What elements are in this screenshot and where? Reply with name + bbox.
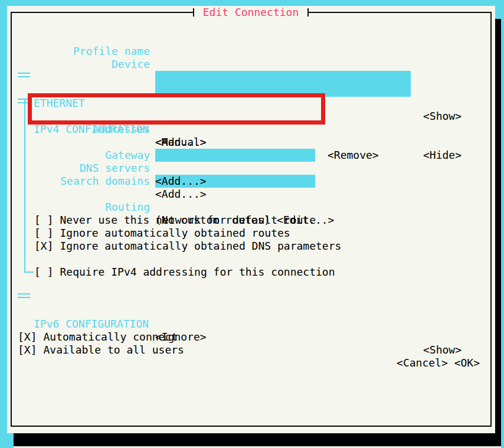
search-domains-label: Search domains (15, 175, 150, 188)
checkbox-label: Available to all users (44, 344, 184, 356)
dialog-titlebar: Edit Connection (193, 6, 309, 19)
checkbox-automatically-connect[interactable]: [X]Automatically connect (7, 318, 495, 331)
terminal-screen: Edit Connection Profile name System ens1… (0, 0, 504, 448)
checkbox-available-all-users[interactable]: [X]Available to all users (7, 331, 495, 344)
addresses-row: Addresses 192.168.1.100/24_________ <Rem… (7, 110, 495, 123)
ipv4-section-row: IPv4 CONFIGURATION <Manual> <Hide> (7, 97, 495, 110)
checkbox-glyph: [ ] (34, 266, 54, 278)
address-add-row: <Add...> (7, 123, 495, 136)
cancel-button[interactable]: <Cancel> (397, 357, 448, 369)
dialog-shadow-right (495, 19, 501, 447)
profile-name-row: Profile name System ens192______________… (7, 32, 495, 45)
checkbox-glyph: [X] (34, 240, 54, 252)
search-domains-row: Search domains <Add...> (7, 162, 495, 175)
dns-add-button[interactable]: <Add...> (155, 175, 207, 188)
routing-row: Routing (No custom routes) <Edit...> (7, 188, 495, 201)
ipv6-toggle-button[interactable]: <Show> (423, 344, 462, 357)
device-row: Device ens192 ( )______________ (7, 45, 495, 58)
dns-servers-row: DNS servers <Add...> (7, 149, 495, 162)
checkbox-label: Ignore automatically obtained DNS parame… (60, 240, 342, 252)
dialog-title: Edit Connection (203, 6, 299, 19)
collapsed-marker-icon (18, 293, 30, 299)
ipv6-section-row: IPv6 CONFIGURATION <Ignore> <Show> (7, 292, 495, 305)
ok-button[interactable]: <OK> (454, 357, 480, 369)
dialog-shadow-bottom (14, 433, 501, 447)
collapsed-marker-icon (18, 73, 30, 79)
edit-connection-dialog: Edit Connection Profile name System ens1… (7, 6, 495, 433)
expanded-marker-icon (18, 99, 30, 104)
device-field[interactable]: ens192 ( )______________ (155, 84, 411, 97)
checkbox-never-default-route[interactable]: [ ]Never use this network for default ro… (7, 201, 495, 214)
dialog-buttons-row: <Cancel> <OK> (7, 357, 495, 369)
device-label: Device (15, 58, 150, 71)
checkbox-require-ipv4[interactable]: [ ]Require IPv4 addressing for this conn… (7, 253, 495, 266)
checkbox-label: Require IPv4 addressing for this connect… (60, 266, 335, 278)
gateway-row: Gateway _________________________ (7, 136, 495, 149)
checkbox-ignore-auto-routes[interactable]: [ ]Ignore automatically obtained routes (7, 214, 495, 227)
ethernet-section-row: ETHERNET <Show> (7, 71, 495, 84)
checkbox-ignore-auto-dns[interactable]: [X]Ignore automatically obtained DNS par… (7, 227, 495, 240)
checkbox-glyph: [X] (18, 344, 37, 356)
